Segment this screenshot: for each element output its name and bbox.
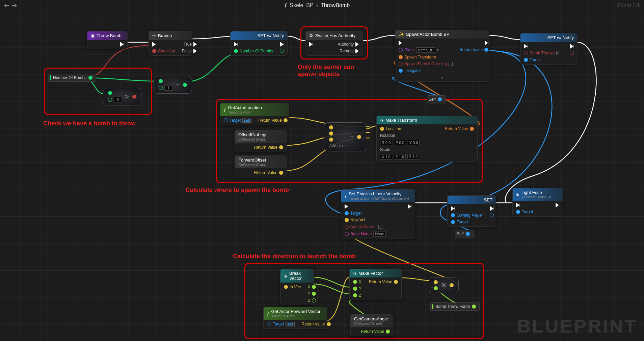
- var-number-of-bombs[interactable]: Number Of Bombs: [48, 74, 96, 82]
- invec-pin[interactable]: [284, 285, 288, 289]
- out-pin[interactable]: [490, 213, 494, 217]
- return-pin[interactable]: [279, 145, 283, 149]
- node-set-num-bombs[interactable]: SET w/ Notify Number Of Bombs: [230, 31, 288, 56]
- return-pin[interactable]: [279, 171, 283, 175]
- exec-out-pin[interactable]: [408, 204, 411, 209]
- node-set-owning-player[interactable]: SET Owning Player Target: [447, 195, 496, 227]
- y-pin[interactable]: [312, 292, 316, 296]
- out-pin[interactable]: [570, 51, 574, 55]
- target-pin[interactable]: [345, 211, 349, 215]
- exec-out-pin[interactable]: [485, 41, 488, 45]
- value-input[interactable]: None: [373, 231, 385, 237]
- output-pin[interactable]: [466, 232, 470, 236]
- b-pin[interactable]: [108, 98, 112, 102]
- node-get-camera-angle[interactable]: GetCameraAngleCollapsed Graph Return Val…: [350, 314, 393, 336]
- class-pin[interactable]: [399, 48, 403, 52]
- exec-in-pin[interactable]: [451, 206, 455, 211]
- nav-back-icon[interactable]: ⬅: [4, 2, 9, 9]
- exec-true-pin[interactable]: [193, 42, 197, 47]
- a-pin[interactable]: [159, 79, 163, 83]
- exec-remote-pin[interactable]: [355, 49, 359, 53]
- exec-out-pin[interactable]: [280, 42, 284, 47]
- in-pin[interactable]: [329, 131, 333, 136]
- node-get-forward-vector[interactable]: ƒGet Actor Forward VectorTarget is Actor…: [263, 307, 327, 329]
- target-pin[interactable]: [267, 322, 271, 326]
- nav-forward-icon[interactable]: ➡: [12, 2, 17, 9]
- expand-icon[interactable]: ▾: [395, 75, 489, 81]
- class-value[interactable]: Bomb BP: [416, 47, 435, 53]
- node-add-vectors[interactable]: Add pin + +: [324, 122, 366, 151]
- var-bomb-throw-force[interactable]: Bomb Throw Force: [430, 302, 480, 311]
- exec-in-pin[interactable]: [399, 41, 402, 45]
- exec-out-pin[interactable]: [120, 42, 124, 47]
- return-pin[interactable]: [386, 330, 390, 334]
- value-input[interactable]: 0: [114, 97, 122, 102]
- self-ref[interactable]: self: [286, 322, 295, 326]
- exec-in-pin[interactable]: [345, 204, 348, 209]
- node-break-vector[interactable]: ⬗Break Vector In Vec X Y Z: [280, 269, 314, 305]
- in-pin[interactable]: [329, 138, 333, 142]
- result-pin[interactable]: [357, 135, 361, 139]
- result-pin[interactable]: [450, 283, 454, 287]
- z-pin[interactable]: [353, 293, 357, 297]
- transform-pin[interactable]: [399, 55, 403, 59]
- b-pin[interactable]: [434, 286, 438, 290]
- output-pin[interactable]: [472, 305, 476, 309]
- var-self-2[interactable]: Self: [455, 230, 474, 238]
- node-set-physics-velocity[interactable]: ƒSet Physics Linear VelocityTarget is Bo…: [341, 189, 415, 239]
- output-pin[interactable]: [280, 49, 284, 53]
- output-pin[interactable]: [88, 76, 92, 80]
- input-pin[interactable]: [234, 49, 238, 53]
- exec-in-pin[interactable]: [524, 44, 528, 49]
- return-pin[interactable]: [284, 118, 288, 122]
- exec-authority-pin[interactable]: [355, 42, 359, 47]
- location-pin[interactable]: [380, 127, 384, 131]
- node-throw-bomb-event[interactable]: ◉Throw Bomb: [87, 31, 128, 49]
- checkbox[interactable]: [449, 62, 453, 66]
- value-input[interactable]: 1.0: [385, 155, 390, 159]
- node-get-actor-location[interactable]: ƒGetActorLocationTarget is Actor Targets…: [220, 103, 289, 125]
- node-make-vector[interactable]: ⬗Make Vector X Y Z Return Value: [349, 269, 402, 300]
- condition-pin[interactable]: [152, 49, 156, 53]
- node-multiply[interactable]: ✕: [429, 277, 459, 293]
- value-input[interactable]: 0.0: [399, 141, 404, 145]
- node-switch-authority[interactable]: ⚙Switch Has Authority Authority Remote: [305, 31, 363, 56]
- y-pin[interactable]: [353, 287, 357, 291]
- node-branch[interactable]: ↪Branch Condition True False: [149, 31, 192, 56]
- x-pin[interactable]: [353, 280, 357, 284]
- addtocurrent-pin[interactable]: [345, 225, 349, 229]
- target-pin[interactable]: [224, 118, 228, 122]
- x-pin[interactable]: [312, 285, 316, 289]
- checkbox[interactable]: [556, 51, 560, 55]
- value-input[interactable]: 1.0: [412, 155, 418, 159]
- node-greater-than[interactable]: 0 >: [103, 88, 141, 105]
- newvel-pin[interactable]: [345, 218, 349, 222]
- node-subtract[interactable]: 1 −: [154, 76, 192, 94]
- exec-out-pin[interactable]: [556, 203, 559, 208]
- return-pin[interactable]: [484, 48, 488, 52]
- a-pin[interactable]: [434, 280, 438, 284]
- z-pin[interactable]: [312, 298, 316, 302]
- node-offset-if-no-legs[interactable]: OffsetIfNoLegsCollapsed Graph Return Val…: [235, 130, 287, 152]
- breadcrumb-parent[interactable]: Skele_BP: [290, 2, 313, 8]
- value-input[interactable]: 1.0: [399, 155, 404, 159]
- target-pin[interactable]: [524, 58, 528, 62]
- node-light-fuse[interactable]: ◈Light FuseTarget is Bomb BP Target: [512, 188, 563, 217]
- target-pin[interactable]: [516, 210, 520, 214]
- instigator-pin[interactable]: [399, 69, 403, 73]
- return-pin[interactable]: [470, 127, 474, 131]
- exec-in-pin[interactable]: [234, 42, 238, 47]
- checkbox[interactable]: [378, 225, 382, 229]
- bool-pin[interactable]: [524, 51, 528, 55]
- result-pin[interactable]: [132, 95, 136, 99]
- value-input[interactable]: 0.0: [385, 141, 391, 145]
- return-pin[interactable]: [394, 280, 398, 284]
- exec-in-pin[interactable]: [309, 42, 313, 47]
- node-make-transform[interactable]: ⬗Make Transform Location Rotation R 0.0P…: [376, 116, 478, 162]
- var-self[interactable]: Self: [427, 95, 446, 103]
- exec-out-pin[interactable]: [490, 206, 494, 211]
- value-input[interactable]: 1: [164, 85, 172, 91]
- b-pin[interactable]: [159, 86, 163, 90]
- exec-false-pin[interactable]: [193, 49, 197, 53]
- output-pin[interactable]: [438, 97, 442, 101]
